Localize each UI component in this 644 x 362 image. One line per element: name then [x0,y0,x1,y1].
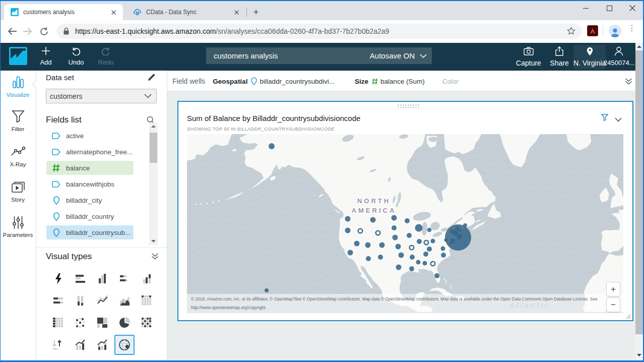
rail-item-filter[interactable]: Filter [0,109,36,132]
address-bar[interactable]: https://us-east-1.quicksight.aws.amazon.… [56,24,582,39]
visual-type-horizontal-bar[interactable] [70,268,90,288]
visual-type-vertical-bar[interactable] [92,268,112,288]
field-wells-bar[interactable]: Field wells Geospatial billaddr_countrys… [167,72,635,91]
analysis-title-input[interactable]: customers analysis [214,51,370,60]
visual-type-kpi[interactable] [48,335,68,355]
visual-type-line-chart[interactable] [92,290,112,311]
chevron-down-icon [144,94,152,98]
fields-list-title: Fields list [46,115,82,125]
field-row-active[interactable]: active [46,129,134,143]
reload-button[interactable] [37,24,51,38]
tab-title: CData - Data Sync [146,9,232,16]
rail-label: Story [0,197,36,203]
main-content: Field wells Geospatial billaddr_countrys… [167,71,635,360]
visual-type-heat-map[interactable] [137,313,157,333]
field-row-billaddr-countrysub-[interactable]: billaddr_countrysub... [46,225,134,239]
zoom-out-button[interactable]: − [606,297,620,312]
adobe-extension-button[interactable] [587,25,598,36]
field-wells-collapse-button[interactable] [625,78,632,86]
quicksight-logo[interactable] [9,47,27,65]
rail-item-visualize[interactable]: Visualize [0,75,36,98]
rail-item-xray[interactable]: X-Ray [0,144,36,167]
visual-type-geospatial-map[interactable] [114,335,135,355]
map-zoom-controls: + − [606,282,620,312]
visual-type-pivot-table[interactable] [48,313,68,333]
field-row-billaddr-city[interactable]: billaddr_city [46,193,134,207]
user-menu[interactable]: 2450074... [604,45,634,69]
table-icon [141,294,153,307]
visual-type-combo-chart[interactable] [70,335,90,355]
line-chart-icon [96,294,108,307]
tab-close-icon[interactable]: ✕ [109,8,118,17]
tab-cdata-data-sync[interactable]: CData - Data Sync ✕ [127,4,246,20]
visual-type-vertical-grouped-bar[interactable] [137,268,157,288]
geospatial-map-icon [118,339,131,351]
geospatial-map[interactable]: NORTH AMERICA Atlantic © 2018, Amazon.co… [187,134,623,313]
story-icon [11,181,25,194]
tree-map-icon [96,317,108,329]
visual-type-scatter-plot[interactable] [70,313,90,333]
plus-icon [41,46,50,55]
visual-filter-button[interactable] [601,114,608,123]
bookmark-star-button[interactable] [567,27,575,37]
horizontal-stacked-bar-icon [118,272,131,284]
profile-avatar[interactable] [609,25,621,37]
window-minimize-button[interactable] [574,0,597,16]
capture-label: Capture [513,59,544,67]
capture-button[interactable]: Capture [513,45,544,69]
forward-button[interactable] [20,24,34,38]
tab-close-icon[interactable]: ✕ [232,8,241,17]
quicksight-navbar: Add Undo Redo customers analysis Autosav… [0,43,644,71]
new-tab-button[interactable]: + [250,7,262,18]
window-close-button[interactable] [621,0,644,16]
rail-item-story[interactable]: Story [0,179,36,203]
back-icon [8,27,17,35]
visual-type-vertical-stacked-bar[interactable] [70,290,90,311]
minimize-icon [583,6,589,11]
visual-type-area-chart[interactable] [114,290,135,311]
horizontal-bar-icon [74,272,86,284]
field-name: active [66,132,84,140]
visual-type-autograph[interactable] [48,268,68,288]
scrollbar-thumb[interactable] [150,133,157,163]
zoom-in-button[interactable]: + [606,282,620,296]
window-maximize-button[interactable] [598,0,621,16]
visual-type-pie-chart[interactable] [114,313,135,333]
field-row-alternatephone-free-[interactable]: alternatephone_free... [46,145,134,159]
visual-type-tree-map[interactable] [92,313,112,333]
add-button[interactable]: Add [33,45,59,69]
field-row-balance[interactable]: balance [46,161,134,175]
redo-label: Redo [93,58,119,66]
visual-menu-button[interactable] [615,115,622,124]
visual-types-collapse-button[interactable] [151,253,159,262]
back-button[interactable] [5,24,19,38]
browser-menu-button[interactable]: ⋮ [628,25,636,36]
area-chart-icon [118,294,131,307]
field-row-balancewithjobs[interactable]: balancewithjobs [46,177,134,191]
region-selector[interactable]: N. Virginia [573,45,606,69]
undo-label: Undo [63,58,89,66]
number-field-icon [52,164,60,172]
close-icon [629,5,635,11]
dataset-select[interactable]: customers [46,89,157,103]
analysis-title-box: customers analysis Autosave ON [206,47,432,64]
redo-button[interactable]: Redo [93,45,119,69]
edit-dataset-button[interactable] [147,73,156,84]
drag-handle[interactable] [397,104,419,108]
visual-type-table[interactable] [137,290,157,311]
visual-type-stacked-combo-chart[interactable] [92,335,112,355]
share-button[interactable]: Share [547,45,571,69]
rail-item-parameters[interactable]: Parameters [0,215,36,238]
fields-scrollbar[interactable] [149,123,158,245]
scrollbar-thumb[interactable] [635,50,643,334]
visual-type-horizontal-stacked-bar[interactable] [114,268,135,288]
visual-type-horizontal-stacked-100[interactable] [48,290,68,311]
page-scrollbar[interactable] [635,43,643,360]
resize-handle[interactable] [625,313,631,319]
undo-button[interactable]: Undo [63,45,89,69]
autosave-dropdown[interactable]: Autosave ON [370,51,427,60]
tab-customers-analysis[interactable]: customers analysis ✕ [4,4,123,20]
visual-card[interactable]: Sum of Balance by Billaddr_countrysubdiv… [177,101,633,321]
field-row-billaddr-country[interactable]: billaddr_country [46,209,134,223]
chevron-down-icon [420,54,427,58]
